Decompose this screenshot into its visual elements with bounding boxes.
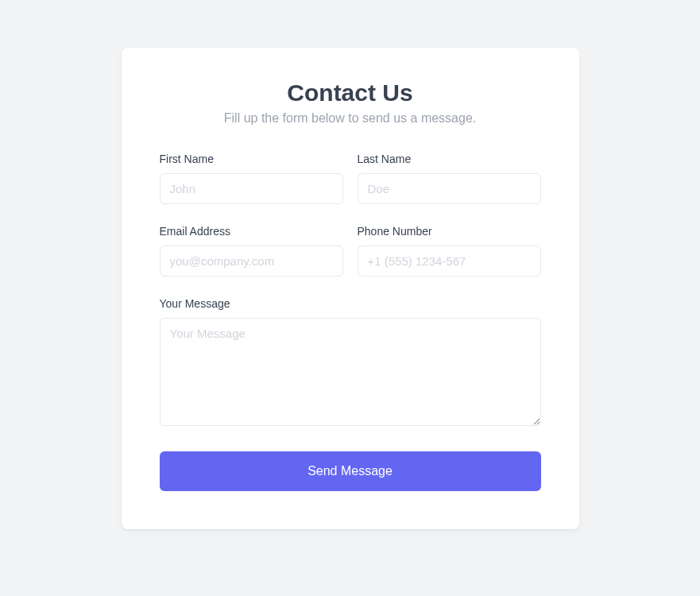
email-field-group: Email Address: [160, 225, 343, 277]
message-textarea[interactable]: [160, 318, 541, 426]
email-label: Email Address: [160, 225, 343, 238]
send-message-button[interactable]: Send Message: [160, 451, 541, 491]
page-subtitle: Fill up the form below to send us a mess…: [160, 111, 541, 126]
last-name-field-group: Last Name: [358, 153, 541, 204]
message-row: Your Message: [160, 297, 541, 426]
contact-row: Email Address Phone Number: [160, 225, 541, 277]
first-name-field-group: First Name: [160, 153, 343, 204]
first-name-label: First Name: [160, 153, 343, 165]
contact-card: Contact Us Fill up the form below to sen…: [122, 48, 579, 529]
first-name-input[interactable]: [160, 173, 343, 204]
phone-input[interactable]: [358, 246, 541, 277]
message-field-group: Your Message: [160, 297, 541, 426]
phone-field-group: Phone Number: [358, 225, 541, 277]
page-title: Contact Us: [160, 79, 541, 106]
last-name-input[interactable]: [358, 173, 541, 204]
email-input[interactable]: [160, 246, 343, 277]
name-row: First Name Last Name: [160, 153, 541, 204]
message-label: Your Message: [160, 297, 541, 310]
last-name-label: Last Name: [358, 153, 541, 165]
phone-label: Phone Number: [358, 225, 541, 238]
